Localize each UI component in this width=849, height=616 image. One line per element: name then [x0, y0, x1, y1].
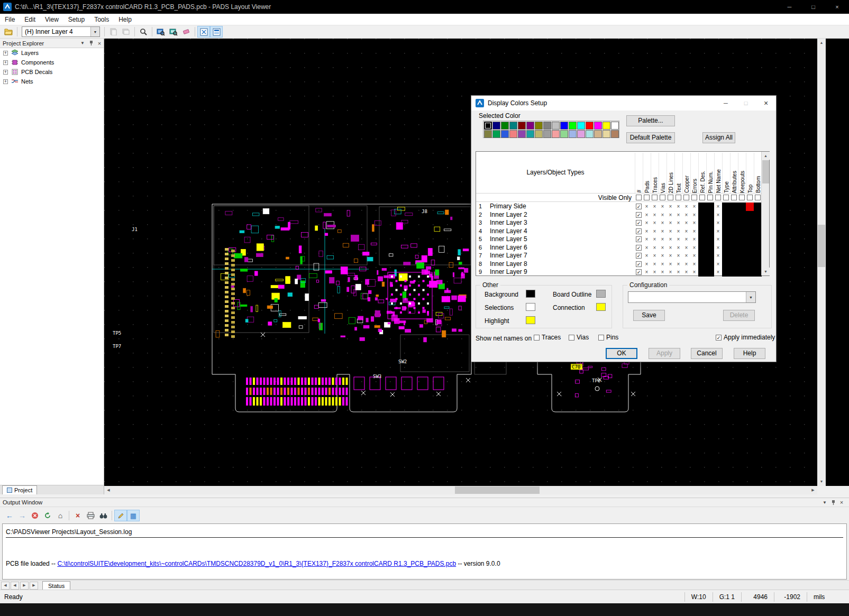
color-cell-swatch[interactable]	[746, 211, 754, 219]
menu-file[interactable]: File	[0, 14, 20, 25]
layer-enabled-checkbox[interactable]: ✓	[636, 261, 642, 267]
layer-selector[interactable]: (H) Inner Layer 4 ▼	[22, 26, 100, 37]
color-swatch[interactable]	[560, 122, 568, 130]
scroll-down-button[interactable]: ▼	[817, 477, 826, 486]
color-cell-unassigned[interactable]: ×	[659, 235, 667, 244]
color-cell-unassigned[interactable]: ×	[690, 268, 698, 277]
color-cell-swatch[interactable]	[706, 252, 714, 260]
canvas-vertical-scrollbar[interactable]: ▲ ▼	[817, 39, 826, 486]
color-cell-swatch[interactable]	[698, 219, 706, 227]
grid-view-toggle-button[interactable]: ▦	[127, 510, 140, 521]
visible-only-checkbox[interactable]	[652, 195, 658, 200]
color-cell-unassigned[interactable]: ×	[714, 219, 722, 227]
color-cell-swatch[interactable]	[706, 260, 714, 269]
color-cell-swatch[interactable]	[746, 227, 754, 236]
color-cell-swatch[interactable]	[706, 203, 714, 211]
color-cell-unassigned[interactable]: ×	[690, 252, 698, 260]
color-cell-swatch[interactable]	[698, 260, 706, 269]
expand-icon[interactable]: +	[3, 51, 8, 56]
back-button[interactable]: ←	[3, 510, 16, 521]
color-cell-unassigned[interactable]: ×	[651, 219, 659, 227]
color-swatch[interactable]	[543, 122, 551, 130]
color-cell-swatch[interactable]	[698, 252, 706, 260]
zoom-button[interactable]	[137, 26, 150, 38]
visible-only-checkbox[interactable]	[747, 195, 753, 200]
color-cell-unassigned[interactable]: ×	[714, 252, 722, 260]
color-cell-swatch[interactable]	[730, 260, 738, 269]
color-cell-unassigned[interactable]: ×	[651, 211, 659, 219]
color-cell-unassigned[interactable]: ×	[643, 268, 651, 277]
color-cell-swatch[interactable]	[730, 252, 738, 260]
help-button[interactable]: Help	[734, 348, 765, 359]
layer-row[interactable]: 4Inner Layer 4✓××××××××	[476, 227, 762, 236]
scroll-up-button[interactable]: ▲	[762, 152, 770, 160]
color-swatch[interactable]	[526, 130, 534, 138]
stop-button[interactable]	[29, 510, 41, 521]
configuration-dropdown[interactable]: ▼	[628, 291, 756, 303]
board-view-button-2[interactable]	[167, 26, 180, 38]
color-cell-swatch[interactable]	[722, 211, 730, 219]
checkbox[interactable]	[598, 335, 604, 341]
color-cell-swatch[interactable]	[754, 244, 762, 252]
next-tab-button[interactable]: ▶	[20, 582, 29, 590]
tree-item-components[interactable]: + Components	[0, 58, 104, 67]
color-cell-unassigned[interactable]: ×	[682, 252, 690, 260]
color-cell-unassigned[interactable]: ×	[651, 260, 659, 269]
color-cell-swatch[interactable]	[746, 252, 754, 260]
scroll-right-button[interactable]: ▶	[809, 486, 817, 494]
color-cell-swatch[interactable]	[738, 252, 746, 260]
color-swatch[interactable]	[501, 130, 509, 138]
color-cell-unassigned[interactable]: ×	[690, 244, 698, 252]
dialog-title-bar[interactable]: Display Colors Setup ─ □ ×	[471, 96, 776, 111]
visible-only-checkbox[interactable]	[668, 195, 673, 200]
color-cell-swatch[interactable]	[746, 268, 754, 277]
layer-row[interactable]: 5Inner Layer 5✓××××××××	[476, 235, 762, 244]
toggle-drafting-button[interactable]	[197, 26, 210, 38]
color-cell-swatch[interactable]	[730, 219, 738, 227]
color-cell-swatch[interactable]	[722, 235, 730, 244]
color-cell-swatch[interactable]	[738, 260, 746, 269]
color-cell-unassigned[interactable]: ×	[682, 260, 690, 269]
color-cell-swatch[interactable]	[706, 244, 714, 252]
color-cell-swatch[interactable]	[722, 244, 730, 252]
color-cell-swatch[interactable]	[706, 235, 714, 244]
visible-only-checkbox[interactable]	[691, 195, 697, 200]
color-swatch[interactable]	[484, 122, 492, 130]
layer-enabled-checkbox[interactable]: ✓	[636, 204, 642, 209]
color-cell-swatch[interactable]	[706, 211, 714, 219]
color-cell-swatch[interactable]	[730, 227, 738, 236]
color-cell-unassigned[interactable]: ×	[659, 203, 667, 211]
color-swatch[interactable]	[518, 122, 526, 130]
color-cell-swatch[interactable]	[738, 219, 746, 227]
color-cell-unassigned[interactable]: ×	[682, 203, 690, 211]
panel-close-icon[interactable]: ×	[95, 39, 104, 48]
tab-project[interactable]: Project	[2, 485, 37, 494]
scrollbar-thumb[interactable]	[818, 225, 825, 267]
color-swatch[interactable]	[569, 122, 577, 130]
color-cell-swatch[interactable]	[698, 203, 706, 211]
scrollbar-thumb[interactable]	[762, 160, 769, 183]
tab-status[interactable]: Status	[42, 581, 70, 590]
color-cell-unassigned[interactable]: ×	[667, 203, 674, 211]
color-cell-unassigned[interactable]: ×	[714, 203, 722, 211]
visible-only-checkbox[interactable]	[707, 195, 713, 200]
color-swatch[interactable]	[509, 122, 517, 130]
color-cell-swatch[interactable]	[730, 268, 738, 277]
color-cell-unassigned[interactable]: ×	[667, 268, 674, 277]
color-cell-unassigned[interactable]: ×	[667, 227, 674, 236]
find-button[interactable]	[97, 510, 109, 521]
color-cell-swatch[interactable]	[754, 235, 762, 244]
pcb-file-link[interactable]: C:\ti\controlSUITE\development_kits\~con…	[57, 560, 456, 567]
color-cell-swatch[interactable]	[746, 235, 754, 244]
checkbox[interactable]	[569, 335, 574, 341]
checkbox[interactable]	[534, 335, 540, 341]
color-swatch[interactable]	[552, 130, 560, 138]
color-cell-unassigned[interactable]: ×	[643, 219, 651, 227]
color-cell-swatch[interactable]	[754, 203, 762, 211]
layer-row[interactable]: 9Inner Layer 9✓××××××××	[476, 268, 762, 277]
color-cell-swatch[interactable]	[698, 235, 706, 244]
color-cell-swatch[interactable]	[754, 211, 762, 219]
color-cell-unassigned[interactable]: ×	[690, 219, 698, 227]
color-cell-unassigned[interactable]: ×	[659, 227, 667, 236]
color-cell-unassigned[interactable]: ×	[659, 244, 667, 252]
